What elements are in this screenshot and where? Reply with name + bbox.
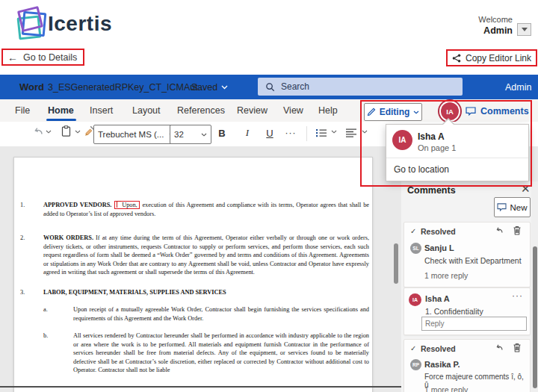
document-viewport-bottom-edge (0, 386, 401, 388)
comment-author: Sanju L (424, 243, 454, 252)
tab-view[interactable]: View (283, 99, 303, 122)
close-icon[interactable]: ✕ (521, 182, 531, 196)
comment-options-icon[interactable]: ··· (512, 290, 523, 301)
paste-menu-chevron[interactable] (75, 130, 81, 134)
clause-heading: LABOR, EQUIPMENT, MATERIALS, SUPPLIES AN… (43, 289, 226, 296)
search-icon (265, 82, 275, 92)
tab-review[interactable]: Review (237, 99, 268, 122)
list-number: 2. (20, 234, 25, 243)
app-header: Icertis Welcome Admin ← Go to Details Co… (0, 0, 538, 75)
active-tab-underline (46, 119, 76, 121)
list-number: 1. (20, 201, 25, 210)
chevron-down-icon (522, 28, 528, 31)
comment-author: Isha A (425, 294, 450, 303)
tab-file[interactable]: File (15, 99, 30, 122)
avatar: RP (410, 359, 421, 370)
tab-references[interactable]: References (177, 99, 225, 122)
check-icon: ✓ (410, 344, 416, 352)
pencil-icon (367, 108, 376, 116)
document-scrollbar-thumb[interactable] (394, 243, 398, 284)
copy-editor-link-button[interactable]: Copy Editor Link (446, 49, 537, 66)
align-button[interactable] (345, 128, 357, 137)
more-replies-link[interactable]: 1 more reply (424, 385, 468, 392)
italic-button[interactable]: I (241, 124, 254, 142)
list-letter: a. (43, 305, 48, 314)
tracked-change-caret (117, 201, 121, 208)
popup-divider (386, 158, 528, 158)
paste-button[interactable] (61, 125, 71, 137)
editing-mode-button[interactable]: Editing (364, 103, 422, 121)
comments-panel-title: Comments (407, 185, 456, 196)
align-chevron[interactable] (362, 130, 368, 134)
tab-layout[interactable]: Layout (132, 99, 161, 122)
clause-heading: APPROVED VENDORS. (43, 202, 111, 208)
clause-body: All services rendered by Contractor here… (73, 332, 369, 373)
doc-paragraph-1: 1. APPROVED VENDORS. Upon, execution of … (14, 201, 372, 218)
reopen-icon[interactable] (495, 343, 504, 352)
new-comment-icon (497, 203, 507, 211)
reply-input[interactable] (421, 317, 527, 331)
avatar: IA (392, 130, 412, 150)
comment-author: Rasika P. (424, 360, 460, 369)
underline-button[interactable]: U (263, 124, 276, 142)
chevron-down-icon (413, 111, 419, 114)
go-to-location-action[interactable]: Go to location (394, 164, 449, 175)
back-arrow-icon: ← (7, 52, 18, 63)
font-size-select[interactable]: 32 (170, 125, 211, 144)
comments-panel: Comments ✕ New ✓ Resolved SL Sanju L Che… (401, 181, 532, 392)
doc-paragraph-a: a. Upon receipt of a mutually agreeable … (14, 305, 372, 323)
toolbar-overflow-button[interactable]: ··· (284, 124, 297, 142)
comment-card[interactable]: ✓ Resolved SL Sanju L Check with Exit De… (404, 222, 531, 287)
comment-text: Check with Exit Department (424, 256, 522, 265)
comments-scrollbar-thumb[interactable] (533, 246, 537, 388)
tab-help[interactable]: Help (318, 99, 338, 122)
go-to-details-link[interactable]: ← Go to Details (1, 49, 84, 66)
welcome-user-name: Admin (448, 25, 513, 37)
comment-bubble-icon (466, 107, 476, 116)
comment-text: 1. Confidentiality (425, 307, 483, 316)
logo-text: Icertis (48, 12, 112, 36)
copy-editor-link-label: Copy Editor Link (466, 53, 531, 63)
chevron-down-icon (201, 133, 207, 137)
new-comment-button[interactable]: New (494, 197, 531, 217)
bold-button[interactable]: B (215, 124, 229, 142)
search-input[interactable]: Search (258, 78, 463, 96)
word-app-name[interactable]: Word (19, 75, 44, 99)
bullet-list-button[interactable] (315, 128, 327, 137)
undo-button[interactable] (33, 127, 43, 136)
welcome-block: Welcome Admin (448, 15, 513, 37)
reopen-icon[interactable] (495, 226, 504, 235)
resolved-label: Resolved (421, 344, 456, 353)
document-page[interactable]: 1. APPROVED VENDORS. Upon, execution of … (13, 157, 373, 392)
presence-popup: IA Isha A On page 1 Go to location (386, 124, 529, 181)
inserted-text: Upon, (122, 202, 137, 208)
delete-icon[interactable] (513, 343, 522, 352)
delete-icon[interactable] (513, 225, 522, 235)
resolved-label: Resolved (421, 227, 456, 236)
avatar: IA (409, 293, 421, 306)
comment-card[interactable]: IA Isha A ··· 1. Confidentiality (404, 287, 531, 335)
word-bar-user-name[interactable]: Admin (505, 75, 531, 99)
font-name-select[interactable]: Trebuchet MS (... (93, 125, 179, 144)
more-replies-link[interactable]: 1 more reply (424, 271, 468, 280)
comment-card[interactable]: ✓ Resolved RP Rasika P. Force majeure co… (404, 339, 531, 392)
toolbar-separator (306, 126, 307, 141)
doc-paragraph-b: b. All services rendered by Contractor h… (14, 332, 372, 375)
icertis-word-editor-page: { "header": { "logo_text": "Icertis", "w… (0, 0, 538, 392)
list-number: 3. (20, 288, 25, 297)
presence-location: On page 1 (418, 143, 456, 152)
undo-menu-chevron[interactable] (46, 130, 52, 134)
icertis-logo: Icertis (10, 6, 123, 40)
tab-insert[interactable]: Insert (90, 99, 113, 122)
bullet-list-chevron[interactable] (331, 130, 337, 134)
comments-toggle-button[interactable]: Comments (466, 103, 529, 119)
save-status[interactable]: - Saved (185, 75, 228, 99)
share-icon (452, 54, 461, 63)
user-menu-button[interactable] (517, 23, 531, 36)
go-to-details-label: Go to Details (23, 52, 77, 63)
list-letter: b. (43, 332, 48, 340)
document-title[interactable]: 3_ESGeneratedRPKey_CT_ICMAut... (48, 75, 205, 99)
check-icon: ✓ (410, 227, 416, 235)
presence-user-name: Isha A (418, 131, 445, 142)
doc-paragraph-2: 2. WORK ORDERS. If at any time during th… (14, 234, 372, 277)
